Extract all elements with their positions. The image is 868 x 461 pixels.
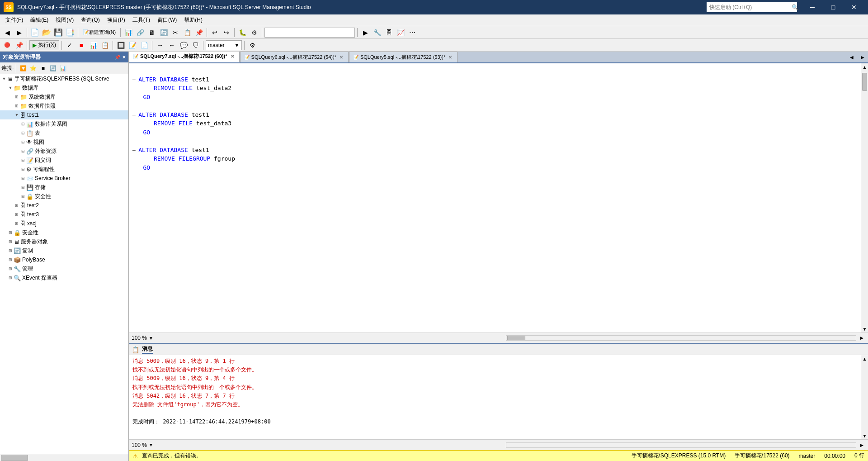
tree-service-broker[interactable]: ⊞ 📨 Service Broker <box>0 174 128 183</box>
sql-editor[interactable]: ─ ALTER DATABASE test1 REMOVE FILE test_… <box>129 63 861 333</box>
hscroll-right-btn[interactable]: ▶ <box>858 335 865 341</box>
oe-pin-icon[interactable]: 📌 <box>115 55 120 60</box>
system-dbs-expand-icon[interactable]: ⊞ <box>14 94 20 100</box>
tree-polybase[interactable]: ⊞ 📦 PolyBase <box>0 255 128 264</box>
xscj-expand-icon[interactable]: ⊞ <box>14 220 20 227</box>
parse-btn[interactable]: ✓ <box>64 40 75 51</box>
tab-query6-close[interactable]: ✕ <box>338 54 344 61</box>
oe-bottom-scrollbar[interactable] <box>0 454 128 461</box>
pin-btn[interactable]: 📌 <box>14 40 24 51</box>
tree-tables[interactable]: ⊞ 📋 表 <box>0 128 128 138</box>
run-icon[interactable]: ▶ <box>360 27 371 38</box>
tree-management[interactable]: ⊞ 🔧 管理 <box>0 264 128 273</box>
save-all-icon[interactable]: 📑 <box>65 27 75 38</box>
maximize-button[interactable]: □ <box>823 0 844 14</box>
tree-db-snapshot[interactable]: ⊞ 📁 数据库快照 <box>0 101 128 110</box>
tree-xscj[interactable]: ⊞ 🗄 xscj <box>0 219 128 228</box>
comment-btn[interactable]: 💬 <box>178 40 189 51</box>
oe-chart-btn[interactable]: 📊 <box>58 64 67 73</box>
menu-window[interactable]: 窗口(W) <box>154 15 180 25</box>
tree-synonyms[interactable]: ⊞ 📝 同义词 <box>0 156 128 165</box>
vscroll-track[interactable] <box>861 71 868 325</box>
polybase-expand-icon[interactable]: ⊞ <box>7 257 14 263</box>
oe-filter-btn[interactable]: 🔽 <box>19 64 28 73</box>
vscroll-up[interactable]: ▲ <box>861 63 868 71</box>
tab-query5-close[interactable]: ✕ <box>447 54 453 61</box>
tree-db-diagram[interactable]: ⊞ 📊 数据库关系图 <box>0 119 128 128</box>
tree-xevent[interactable]: ⊞ 🔍 XEvent 探查器 <box>0 273 128 282</box>
tree-system-dbs[interactable]: ⊞ 📁 系统数据库 <box>0 92 128 101</box>
paste-icon[interactable]: 📌 <box>193 27 204 38</box>
more-icon[interactable]: ⋯ <box>407 27 418 38</box>
tab-query5[interactable]: 📝 SQLQuery5.sql -...摘棉花\17522 (53))* ✕ <box>349 52 458 62</box>
oe-stop-btn[interactable]: ■ <box>38 64 47 73</box>
debug-icon[interactable]: 🐛 <box>237 27 248 38</box>
editor-vscroll[interactable]: ▲ ▼ <box>861 63 868 333</box>
undo-icon[interactable]: ↩ <box>209 27 220 38</box>
redo-icon[interactable]: ↪ <box>221 27 232 38</box>
tree-test2[interactable]: ⊞ 🗄 test2 <box>0 201 128 210</box>
database-dropdown[interactable]: master ▼ <box>206 40 242 50</box>
zoom-dropdown-btn[interactable]: ▼ <box>149 336 153 341</box>
test1-expand-icon[interactable]: ▼ <box>14 112 20 118</box>
forward-button[interactable]: ▶ <box>14 27 24 38</box>
oe-new-query-btn[interactable]: ⭐ <box>28 64 38 73</box>
close-button[interactable]: ✕ <box>844 0 864 14</box>
uncomment-btn[interactable]: 🗨 <box>190 40 201 51</box>
vscroll-down[interactable]: ▼ <box>861 325 868 333</box>
oe-connect-btn[interactable]: 连接· <box>1 64 14 72</box>
outdent-btn[interactable]: ← <box>166 40 177 51</box>
stop-btn[interactable]: ■ <box>76 40 87 51</box>
cut-icon[interactable]: ✂ <box>170 27 181 38</box>
tree-test3[interactable]: ⊞ 🗄 test3 <box>0 210 128 219</box>
tree-views[interactable]: ⊞ 👁 视图 <box>0 138 128 147</box>
menu-project[interactable]: 项目(P) <box>104 15 129 25</box>
xevent-expand-icon[interactable]: ⊞ <box>7 275 14 281</box>
minimize-button[interactable]: ─ <box>802 0 823 14</box>
client-statistics[interactable]: 📋 <box>99 40 110 51</box>
save-icon[interactable]: 💾 <box>53 27 64 38</box>
menu-help[interactable]: 帮助(H) <box>180 15 206 25</box>
sb-expand-icon[interactable]: ⊞ <box>20 175 26 181</box>
results-hscroll-btn[interactable]: ▶ <box>858 442 865 448</box>
sec-server-expand-icon[interactable]: ⊞ <box>7 229 14 236</box>
indent-btn[interactable]: → <box>155 40 165 51</box>
hscroll-thumb[interactable] <box>507 336 525 340</box>
results-zoom-btn[interactable]: ▼ <box>149 442 153 447</box>
tab-query7-close[interactable]: ✕ <box>229 53 236 60</box>
results-vscroll-track[interactable] <box>861 362 868 432</box>
results-vscroll-down[interactable]: ▼ <box>861 432 868 439</box>
tree-server[interactable]: ▼ 🖥 手可摘棉花\SQLEXPRESS (SQL Serve <box>0 74 128 83</box>
copy-icon[interactable]: 📋 <box>182 27 193 38</box>
results-grid[interactable]: 🔲 <box>115 40 126 51</box>
menu-tools[interactable]: 工具(T) <box>129 15 154 25</box>
execute-button[interactable]: ▶ 执行(X) <box>29 40 59 50</box>
back-button[interactable]: ◀ <box>2 27 13 38</box>
debug-btn[interactable]: 🔴 <box>2 40 13 51</box>
new-query-icon[interactable]: 📄 <box>29 27 40 38</box>
server-obj-expand-icon[interactable]: ⊞ <box>7 238 14 245</box>
oe-refresh-btn[interactable]: 🔄 <box>48 64 57 73</box>
tree-storage[interactable]: ⊞ 💾 存储 <box>0 183 128 192</box>
settings-icon[interactable]: ⚙ <box>249 27 259 38</box>
db-engine-icon[interactable]: 🗄 <box>383 27 394 38</box>
search-icon[interactable]: 🔍 <box>792 4 798 10</box>
replication-expand-icon[interactable]: ⊞ <box>7 247 14 254</box>
tree-programmability[interactable]: ⊞ ⚙ 可编程性 <box>0 165 128 174</box>
tab-scroll-right[interactable]: ▶ <box>857 52 868 62</box>
tree-external[interactable]: ⊞ 🔗 外部资源 <box>0 147 128 156</box>
mgmt-expand-icon[interactable]: ⊞ <box>7 266 14 272</box>
menu-file[interactable]: 文件(F) <box>2 15 27 25</box>
tables-expand-icon[interactable]: ⊞ <box>20 130 26 136</box>
external-expand-icon[interactable]: ⊞ <box>20 148 26 154</box>
results-hscroll[interactable] <box>506 442 856 448</box>
db-diagram-icon[interactable]: 🔗 <box>135 27 146 38</box>
oe-close-icon[interactable]: ✕ <box>122 55 126 60</box>
reg-servers-icon[interactable]: 🖥 <box>146 27 157 38</box>
menu-query[interactable]: 查询(Q) <box>77 15 103 25</box>
db-diagram-expand-icon[interactable]: ⊞ <box>20 121 26 127</box>
results-tab-label[interactable]: 消息 <box>142 345 153 354</box>
results-vscroll[interactable]: ▲ ▼ <box>861 355 868 439</box>
tab-query7[interactable]: 📝 SQLQuery7.sql -...摘棉花\17522 (60))* ✕ <box>129 52 240 62</box>
refresh-icon[interactable]: 🔄 <box>158 27 169 38</box>
